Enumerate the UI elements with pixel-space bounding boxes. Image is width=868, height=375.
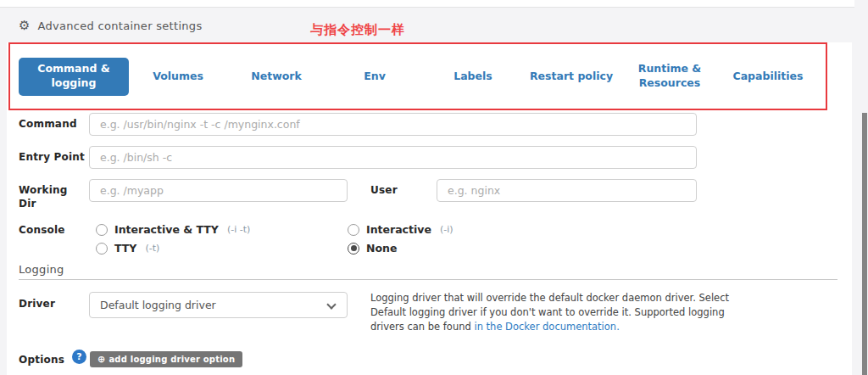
- command-input[interactable]: [89, 113, 697, 136]
- entry-point-label: Entry Point: [19, 151, 85, 163]
- console-label: Console: [19, 224, 65, 236]
- widget-header: ⚙ Advanced container settings: [7, 8, 852, 42]
- vertical-scrollbar[interactable]: [862, 113, 867, 375]
- section-divider: [19, 279, 837, 280]
- radio-button[interactable]: [96, 224, 108, 236]
- logging-section-title: Logging: [19, 263, 64, 276]
- working-dir-input[interactable]: [89, 179, 348, 202]
- previous-widget-edge: [0, 0, 854, 8]
- radio-button[interactable]: [348, 224, 359, 236]
- driver-help-text: Logging driver that will override the de…: [370, 291, 752, 334]
- user-input[interactable]: [437, 179, 697, 202]
- chevron-down-icon: [326, 299, 336, 309]
- tab-command-logging[interactable]: Command & logging: [19, 58, 129, 96]
- command-label: Command: [19, 118, 77, 130]
- user-label: User: [370, 184, 398, 196]
- driver-label: Driver: [19, 298, 55, 310]
- options-label: Options: [19, 354, 64, 366]
- advanced-container-settings-panel: ⚙ Advanced container settings 与指令控制一样 Co…: [0, 0, 868, 375]
- tab-volumes[interactable]: Volumes: [129, 70, 227, 84]
- driver-selected-value: Default logging driver: [100, 299, 216, 311]
- add-logging-driver-option-button[interactable]: ⊕ add logging driver option: [90, 351, 242, 367]
- radio-button[interactable]: [348, 243, 359, 255]
- radio-interactive-tty[interactable]: Interactive & TTY (-i -t): [96, 223, 250, 236]
- tab-capabilities[interactable]: Capabilities: [719, 70, 817, 84]
- add-button-label: add logging driver option: [108, 355, 235, 364]
- entry-point-input[interactable]: [89, 146, 697, 169]
- tab-network[interactable]: Network: [227, 70, 326, 84]
- tab-runtime-resources[interactable]: Runtime & Resources: [620, 62, 719, 91]
- tab-labels[interactable]: Labels: [424, 70, 522, 84]
- red-annotation-text: 与指令控制一样: [310, 22, 405, 38]
- radio-button[interactable]: [96, 243, 108, 255]
- tab-bar: Command & logging Volumes Network Env La…: [10, 44, 826, 109]
- page-title: Advanced container settings: [37, 20, 202, 32]
- driver-select[interactable]: Default logging driver: [89, 292, 348, 318]
- tab-restart-policy[interactable]: Restart policy: [522, 70, 620, 84]
- radio-none[interactable]: None: [348, 242, 397, 255]
- radio-interactive[interactable]: Interactive (-i): [348, 223, 453, 236]
- docker-docs-link[interactable]: in the Docker documentation.: [474, 321, 619, 333]
- plus-circle-icon: ⊕: [97, 355, 105, 364]
- annotation-box: Command & logging Volumes Network Env La…: [8, 42, 827, 110]
- radio-tty[interactable]: TTY (-t): [96, 242, 159, 255]
- help-question-icon[interactable]: ?: [72, 350, 86, 364]
- working-dir-label: Working Dir: [19, 183, 73, 210]
- gear-icon: ⚙: [19, 20, 30, 32]
- tab-env[interactable]: Env: [326, 70, 424, 84]
